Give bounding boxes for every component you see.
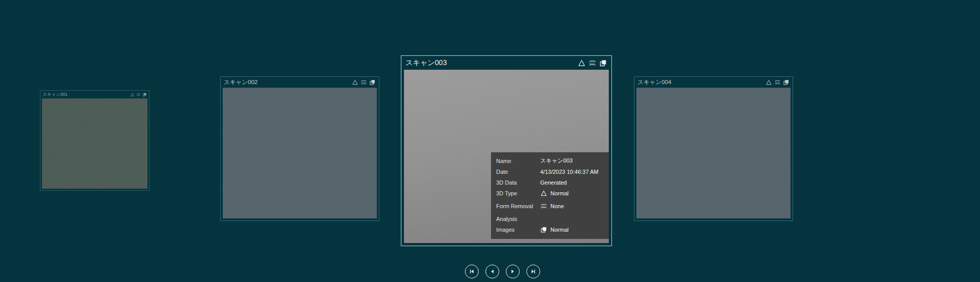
scan-noise-texture — [223, 88, 377, 218]
info-label: Images — [496, 227, 540, 233]
scan-preview: Name スキャン003 Date 4/13/2023 10:46:37 AM … — [404, 70, 609, 243]
info-row-form-removal: Form Removal None — [491, 200, 609, 211]
info-label: Date — [496, 169, 540, 175]
card-status-icons — [130, 92, 147, 97]
scan-card-2[interactable]: スキャン002 — [220, 76, 379, 221]
info-value: 4/13/2023 10:46:37 AM — [540, 169, 599, 175]
info-label: Analysis — [496, 216, 540, 222]
next-icon — [509, 268, 516, 275]
info-label: 3D Data — [496, 179, 540, 186]
card-title: スキャン001 — [42, 92, 68, 98]
info-label: 3D Type — [496, 190, 540, 196]
images-icon — [142, 92, 147, 97]
form-removal-icon — [588, 59, 596, 67]
3d-type-triangle-icon — [352, 79, 358, 86]
previous-button[interactable] — [485, 265, 499, 278]
card-title: スキャン004 — [637, 78, 671, 86]
info-row-3d-data: 3D Data Generated — [491, 177, 609, 188]
images-icon — [783, 79, 790, 86]
info-value-text: None — [550, 203, 564, 209]
card-titlebar: スキャン004 — [634, 77, 793, 88]
info-value: Normal — [540, 226, 568, 233]
card-status-icons — [765, 79, 790, 86]
card-titlebar: スキャン003 — [401, 56, 611, 70]
triangle-icon — [540, 190, 547, 197]
first-button[interactable] — [465, 265, 479, 278]
info-value-text: Normal — [550, 227, 568, 233]
scan-info-panel: Name スキャン003 Date 4/13/2023 10:46:37 AM … — [491, 152, 609, 239]
info-label: Form Removal — [496, 203, 540, 209]
info-row-analysis: Analysis — [491, 213, 609, 224]
card-titlebar: スキャン002 — [221, 77, 379, 88]
card-title: スキャン002 — [224, 78, 258, 86]
info-value: Normal — [540, 190, 568, 197]
skip-to-last-icon — [530, 268, 537, 275]
scan-preview — [223, 88, 377, 218]
info-value: スキャン003 — [540, 157, 572, 165]
info-value-text: Normal — [550, 190, 568, 196]
3d-type-triangle-icon — [130, 92, 135, 97]
images-icon — [599, 59, 607, 67]
info-value: Generated — [540, 179, 567, 186]
scan-card-4[interactable]: スキャン004 — [634, 76, 793, 221]
info-row-date: Date 4/13/2023 10:46:37 AM — [491, 166, 609, 177]
scan-noise-texture — [42, 98, 147, 189]
scan-card-3-selected[interactable]: スキャン003 Name スキャン003 Date 4/13/2023 10:4… — [401, 55, 612, 246]
info-label: Name — [496, 158, 540, 164]
card-titlebar: スキャン001 — [40, 91, 149, 98]
last-button[interactable] — [526, 265, 540, 278]
form-removal-icon — [540, 203, 547, 210]
3d-type-triangle-icon — [578, 59, 586, 67]
3d-type-triangle-icon — [765, 79, 772, 86]
info-row-images: Images Normal — [491, 224, 609, 235]
scan-noise-texture — [636, 88, 791, 218]
info-row-3d-type: 3D Type Normal — [491, 188, 609, 198]
card-status-icons — [578, 59, 607, 67]
scan-preview — [636, 88, 791, 218]
skip-to-first-icon — [468, 268, 475, 275]
scan-carousel: スキャン001 スキャン002 スキャン003 — [0, 0, 980, 282]
previous-icon — [489, 268, 496, 275]
images-icon — [369, 79, 376, 86]
scan-card-1[interactable]: スキャン001 — [40, 90, 150, 191]
card-status-icons — [352, 79, 376, 86]
form-removal-icon — [774, 79, 781, 86]
form-removal-icon — [360, 79, 367, 86]
card-title: スキャン003 — [406, 58, 447, 68]
images-icon — [540, 226, 547, 233]
carousel-navigation — [465, 265, 540, 278]
scan-preview — [42, 98, 147, 189]
info-row-name: Name スキャン003 — [491, 155, 609, 166]
next-button[interactable] — [506, 265, 520, 278]
form-removal-icon — [136, 92, 141, 97]
info-value: None — [540, 203, 564, 210]
